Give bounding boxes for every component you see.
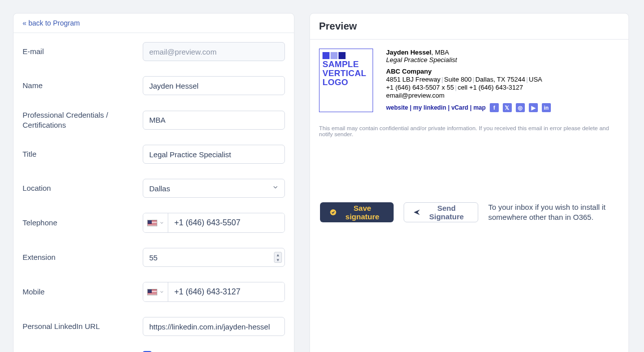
linkedin-icon[interactable]: in	[542, 103, 551, 112]
logo-square-icon	[323, 52, 330, 59]
name-field[interactable]	[143, 76, 285, 95]
email-field[interactable]	[143, 42, 285, 61]
label-extension: Extension	[23, 252, 143, 262]
extension-field[interactable]	[143, 248, 285, 267]
label-linkedin: Personal LinkedIn URL	[23, 321, 143, 331]
location-select[interactable]	[143, 179, 285, 198]
sig-link-vcard[interactable]: vCard	[451, 104, 468, 111]
instagram-icon[interactable]: ◎	[516, 103, 525, 112]
check-circle-icon	[330, 208, 337, 217]
label-credentials: Professional Credentials / Certification…	[23, 110, 143, 130]
linkedin-field[interactable]	[143, 317, 285, 336]
label-name: Name	[23, 81, 143, 91]
send-icon	[413, 208, 421, 217]
credentials-field[interactable]	[143, 111, 285, 130]
facebook-icon[interactable]: f	[490, 103, 499, 112]
us-flag-icon	[147, 289, 157, 295]
mobile-country-selector[interactable]	[143, 282, 168, 301]
logo-text-line: VERTICAL	[323, 69, 370, 78]
sig-company: ABC Company	[386, 68, 619, 75]
signature-preview: SAMPLE VERTICAL LOGO Jayden Hessel, MBA …	[319, 49, 619, 112]
preview-heading: Preview	[310, 14, 628, 40]
x-twitter-icon[interactable]: 𝕏	[503, 103, 512, 112]
mobile-field[interactable]	[168, 282, 284, 301]
sig-cell: +1 (646) 643-3127	[469, 84, 523, 91]
sig-link-linkedin[interactable]: my linkedin	[413, 104, 446, 111]
chevron-down-icon	[159, 220, 164, 225]
sig-phones: +1 (646) 643-5507 x 55|cell +1 (646) 643…	[386, 84, 619, 91]
sig-email: email@preview.com	[386, 92, 619, 99]
sig-name: Jayden Hessel	[386, 49, 431, 56]
send-signature-button[interactable]: Send Signature	[404, 202, 478, 222]
label-telephone: Telephone	[23, 218, 143, 228]
back-to-program-link[interactable]: « back to Program	[23, 19, 80, 27]
sig-country: USA	[529, 76, 542, 83]
label-mobile: Mobile	[23, 287, 143, 297]
sig-street: 4851 LBJ Freeway	[386, 76, 440, 83]
preview-panel: Preview SAMPLE VERTICAL LOGO Jayden Hess…	[309, 13, 629, 352]
sig-link-map[interactable]: map	[473, 104, 486, 111]
title-field[interactable]	[143, 145, 285, 164]
sig-title: Legal Practice Specialist	[386, 56, 619, 64]
spinner-down-icon: ▼	[274, 257, 281, 262]
sig-city: Dallas, TX 75244	[475, 76, 525, 83]
save-signature-button[interactable]: Save signature	[320, 202, 394, 222]
telephone-country-selector[interactable]	[143, 213, 168, 232]
sig-cell-label: cell	[458, 84, 469, 91]
label-email: E-mail	[23, 47, 143, 57]
label-title: Title	[23, 149, 143, 159]
send-button-label: Send Signature	[424, 204, 469, 221]
us-flag-icon	[147, 220, 157, 226]
save-button-label: Save signature	[341, 204, 384, 221]
form-header: « back to Program	[14, 14, 294, 33]
sig-address: 4851 LBJ Freeway|Suite 800|Dallas, TX 75…	[386, 76, 619, 83]
chevron-down-icon	[159, 289, 164, 294]
number-spinner[interactable]: ▲ ▼	[274, 252, 282, 263]
telephone-field[interactable]	[168, 213, 284, 232]
youtube-icon[interactable]: ▶	[529, 103, 538, 112]
logo-text-line: SAMPLE	[323, 60, 370, 69]
sig-credentials: , MBA	[431, 49, 449, 56]
spinner-up-icon: ▲	[274, 252, 281, 257]
sig-suite: Suite 800	[444, 76, 472, 83]
label-location: Location	[23, 183, 143, 193]
logo-square-icon	[339, 52, 346, 59]
action-note: To your inbox if you wish to install it …	[488, 202, 618, 223]
sig-phone: +1 (646) 643-5507 x 55	[386, 84, 454, 91]
logo: SAMPLE VERTICAL LOGO	[319, 49, 373, 112]
disclaimer-text: This email may contain confidential and/…	[319, 125, 619, 137]
form-panel: « back to Program E-mail Name Profession…	[13, 13, 294, 352]
logo-square-icon	[331, 52, 338, 59]
sig-link-website[interactable]: website	[386, 104, 408, 111]
logo-text-line: LOGO	[323, 78, 370, 87]
